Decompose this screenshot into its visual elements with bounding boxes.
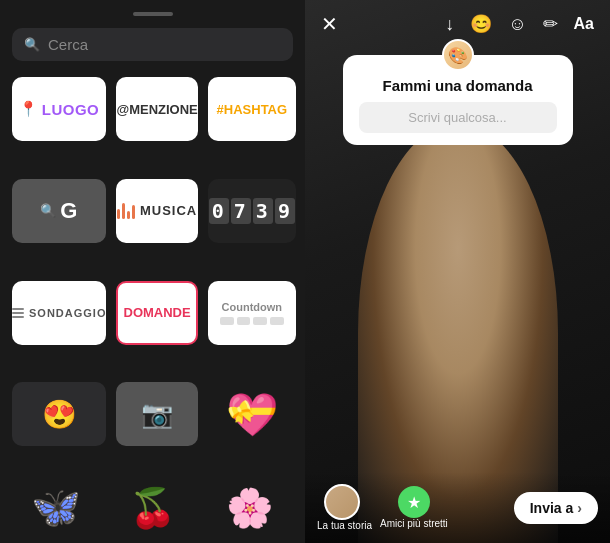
question-title: Fammi una domanda bbox=[359, 77, 557, 94]
sticker-sondaggio[interactable]: SONDAGGIO bbox=[12, 281, 106, 345]
cherry-icon: 🍒 bbox=[129, 486, 176, 530]
bottom-sticker-row: 🦋 🍒 🌸 bbox=[12, 484, 293, 531]
sticker-music-label: MUSICA bbox=[140, 203, 197, 218]
close-friends-icon: ★ bbox=[398, 486, 430, 518]
flower-icon: 🌸 bbox=[226, 486, 273, 530]
emoji-face-label: 😍 bbox=[42, 398, 77, 431]
sticker-grid: 📍 LUOGO @MENZIONE #HASHTAG 🔍 G bbox=[12, 77, 293, 474]
butterfly-icon: 🦋 bbox=[31, 484, 81, 531]
close-friends-destination[interactable]: ★ Amici più stretti bbox=[380, 486, 448, 529]
sticker-mention-label: @MENZIONE bbox=[116, 102, 197, 117]
sticker-hashtag-label: #HASHTAG bbox=[217, 102, 288, 117]
close-button[interactable]: ✕ bbox=[321, 12, 338, 36]
question-input-placeholder[interactable]: Scrivi qualcosa... bbox=[359, 102, 557, 133]
sticker-mention[interactable]: @MENZIONE bbox=[116, 77, 197, 141]
send-label: Invia a bbox=[530, 500, 574, 516]
search-placeholder: Cerca bbox=[48, 36, 88, 53]
sticker-countdown[interactable]: Countdown bbox=[208, 281, 296, 345]
sticker-luogo-label: LUOGO bbox=[42, 101, 100, 118]
sticker-camera[interactable]: 📷 bbox=[116, 382, 197, 446]
sticker-heart[interactable]: 💝 bbox=[208, 382, 296, 446]
camera-icon: 📷 bbox=[141, 399, 173, 430]
sticker-add-icon[interactable]: ☺ bbox=[508, 14, 526, 35]
download-icon[interactable]: ↓ bbox=[445, 14, 454, 35]
music-bars-icon bbox=[117, 203, 135, 219]
my-story-label: La tua storia bbox=[317, 520, 372, 531]
send-button[interactable]: Invia a › bbox=[514, 492, 598, 524]
question-avatar: 🎨 bbox=[442, 39, 474, 71]
sticker-domande[interactable]: DOMANDE bbox=[116, 281, 197, 345]
sticker-gif[interactable]: 🔍 G bbox=[12, 179, 106, 243]
sticker-butterfly[interactable]: 🦋 bbox=[12, 484, 99, 531]
top-action-buttons: ↓ 😊 ☺ ✏ Aa bbox=[445, 13, 594, 35]
search-icon: 🔍 bbox=[24, 37, 40, 52]
sticker-music[interactable]: MUSICA bbox=[116, 179, 197, 243]
sticker-luogo[interactable]: 📍 LUOGO bbox=[12, 77, 106, 141]
close-friends-label: Amici più stretti bbox=[380, 518, 448, 529]
sticker-sondaggio-label: SONDAGGIO bbox=[29, 307, 106, 319]
face-filter-icon[interactable]: 😊 bbox=[470, 13, 492, 35]
drag-handle bbox=[133, 12, 173, 16]
send-chevron-icon: › bbox=[577, 500, 582, 516]
sticker-picker-panel: 🔍 Cerca 📍 LUOGO @MENZIONE #HASHTAG 🔍 G bbox=[0, 0, 305, 543]
text-style-button[interactable]: Aa bbox=[574, 15, 594, 33]
sticker-domande-label: DOMANDE bbox=[124, 305, 191, 320]
question-sticker-overlay[interactable]: 🎨 Fammi una domanda Scrivi qualcosa... bbox=[343, 55, 573, 145]
sticker-cherry[interactable]: 🍒 bbox=[109, 484, 196, 531]
story-editor-panel: ✕ ↓ 😊 ☺ ✏ Aa 🎨 Fammi una domanda Scrivi … bbox=[305, 0, 610, 543]
countdown-label: Countdown bbox=[222, 301, 282, 313]
search-bar[interactable]: 🔍 Cerca bbox=[12, 28, 293, 61]
countdown-bars-icon bbox=[220, 317, 284, 325]
sticker-emoji-face[interactable]: 😍 bbox=[12, 382, 106, 446]
story-bottom-bar: La tua storia ★ Amici più stretti Invia … bbox=[305, 472, 610, 543]
sondaggio-lines-icon bbox=[12, 308, 24, 318]
my-story-avatar bbox=[324, 484, 360, 520]
sticker-timer[interactable]: 0 7 3 9 bbox=[208, 179, 296, 243]
story-background: ✕ ↓ 😊 ☺ ✏ Aa 🎨 Fammi una domanda Scrivi … bbox=[305, 0, 610, 543]
pin-icon: 📍 bbox=[19, 100, 39, 118]
gif-label: G bbox=[60, 198, 78, 224]
my-story-destination[interactable]: La tua storia bbox=[317, 484, 372, 531]
sticker-hashtag[interactable]: #HASHTAG bbox=[208, 77, 296, 141]
heart-label: 💝 bbox=[226, 390, 278, 439]
gif-icon: 🔍 G bbox=[40, 198, 78, 224]
sticker-flower[interactable]: 🌸 bbox=[206, 484, 293, 531]
pencil-icon[interactable]: ✏ bbox=[543, 13, 558, 35]
